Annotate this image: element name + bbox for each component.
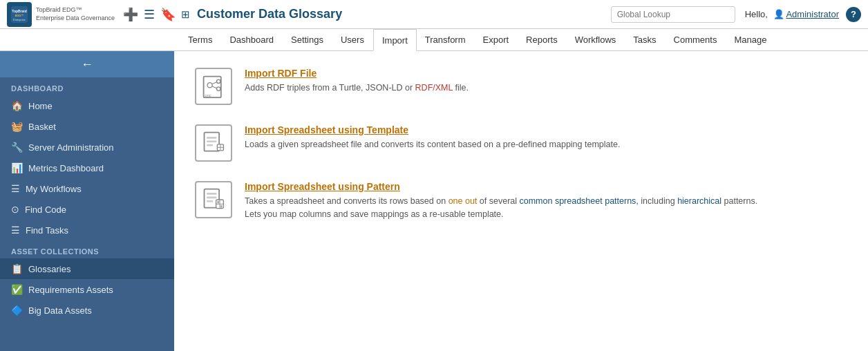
glossaries-icon: 📋 — [11, 263, 23, 274]
logo-text: TopBraid EDG™ Enterprise Data Governance — [36, 6, 115, 22]
import-pattern-details: Import Spreadsheet using Pattern Takes a… — [245, 181, 847, 221]
rdf-icon: RDF — [201, 74, 226, 99]
tab-import[interactable]: Import — [373, 29, 417, 51]
sidebar-section-asset-collections: ASSET COLLECTIONS — [0, 240, 174, 258]
svg-text:RDF: RDF — [205, 95, 211, 98]
header-user: Hello, 👤 Administrator — [745, 9, 839, 19]
main-layout: ← DASHBOARD 🏠 Home 🧺 Basket 🔧 Server Adm… — [0, 51, 868, 351]
metrics-icon: 📊 — [11, 162, 23, 173]
svg-rect-13 — [207, 140, 216, 142]
tab-users[interactable]: Users — [332, 29, 373, 50]
import-rdf-title[interactable]: Import RDF File — [245, 68, 317, 79]
basket-icon: 🧺 — [11, 121, 23, 132]
svg-text:TopBraid: TopBraid — [12, 9, 27, 13]
import-template-title[interactable]: Import Spreadsheet using Template — [245, 124, 408, 135]
sidebar-item-big-data-assets[interactable]: 🔷 Big Data Assets — [0, 300, 174, 321]
spreadsheet-template-icon — [201, 131, 226, 155]
one-highlight: one — [449, 196, 463, 206]
user-name-link[interactable]: Administrator — [786, 9, 839, 19]
import-pattern-option: Import Spreadsheet using Pattern Takes a… — [195, 181, 847, 221]
help-button[interactable]: ? — [846, 7, 861, 22]
global-search-input[interactable] — [611, 6, 735, 23]
svg-rect-25 — [217, 201, 219, 204]
svg-text:Enterprise: Enterprise — [13, 19, 25, 21]
tab-comments[interactable]: Comments — [666, 29, 726, 50]
sidebar-item-basket-label: Basket — [28, 122, 56, 132]
sidebar-item-glossaries-label: Glossaries — [28, 264, 70, 274]
sidebar-item-glossaries[interactable]: 📋 Glossaries — [0, 258, 174, 279]
sidebar-item-find-tasks-label: Find Tasks — [26, 225, 68, 236]
import-pattern-icon-box — [195, 181, 232, 218]
svg-rect-20 — [207, 197, 216, 199]
sidebar-item-workflows-label: My Workflows — [26, 184, 82, 194]
sidebar: ← DASHBOARD 🏠 Home 🧺 Basket 🔧 Server Adm… — [0, 51, 174, 351]
import-template-icon-box — [195, 124, 232, 162]
import-template-option: Import Spreadsheet using Template Loads … — [195, 124, 847, 162]
header: TopBraid EDG™ Enterprise TopBraid EDG™ E… — [0, 0, 868, 29]
sidebar-item-server-admin-label: Server Administration — [28, 142, 114, 153]
sidebar-item-home-label: Home — [28, 101, 53, 111]
page-title: Customer Data Glossary — [197, 7, 611, 21]
nav-tabs: Terms Dashboard Settings Users Import Tr… — [0, 29, 868, 51]
tab-terms[interactable]: Terms — [180, 29, 221, 50]
rdf-xml-highlight: RDF/XML — [415, 83, 453, 93]
find-tasks-icon: ☰ — [11, 225, 20, 236]
tab-dashboard[interactable]: Dashboard — [221, 29, 283, 50]
tab-transform[interactable]: Transform — [417, 29, 475, 50]
import-template-details: Import Spreadsheet using Template Loads … — [245, 124, 847, 151]
menu-button[interactable]: ☰ — [144, 8, 155, 21]
import-pattern-title[interactable]: Import Spreadsheet using Pattern — [245, 181, 400, 192]
big-data-icon: 🔷 — [11, 305, 23, 316]
tab-export[interactable]: Export — [475, 29, 518, 50]
sidebar-item-find-tasks[interactable]: ☰ Find Tasks — [0, 220, 174, 240]
sidebar-item-find-code[interactable]: ⊙ Find Code — [0, 199, 174, 220]
svg-rect-12 — [207, 137, 216, 139]
user-icon: 👤 — [773, 9, 784, 19]
sidebar-item-home[interactable]: 🏠 Home — [0, 95, 174, 116]
sidebar-item-metrics-label: Metrics Dashboard — [28, 163, 104, 173]
header-icons: ➕ ☰ 🔖 ⊞ — [123, 8, 190, 21]
common-patterns-highlight: common spreadsheet patterns, — [520, 196, 639, 206]
sidebar-section-dashboard: DASHBOARD — [0, 77, 174, 95]
sidebar-item-server-admin[interactable]: 🔧 Server Administration — [0, 137, 174, 158]
grid-button[interactable]: ⊞ — [181, 9, 190, 19]
sidebar-item-requirements-label: Requirements Assets — [28, 285, 113, 295]
tab-reports[interactable]: Reports — [518, 29, 567, 50]
spreadsheet-pattern-icon — [201, 187, 226, 212]
svg-rect-19 — [207, 193, 216, 195]
import-template-desc: Loads a given spreadsheet file and conve… — [245, 138, 847, 151]
back-button[interactable]: ← — [0, 51, 174, 77]
import-rdf-option: RDF Import RDF File Adds RDF triples fro… — [195, 68, 847, 105]
tab-tasks[interactable]: Tasks — [625, 29, 665, 50]
import-rdf-desc: Adds RDF triples from a Turtle, JSON-LD … — [245, 82, 847, 95]
add-button[interactable]: ➕ — [123, 8, 138, 21]
sidebar-item-basket[interactable]: 🧺 Basket — [0, 116, 174, 137]
tab-workflows[interactable]: Workflows — [567, 29, 625, 50]
bookmark-button[interactable]: 🔖 — [160, 8, 176, 21]
hierarchical-highlight: hierarchical — [677, 196, 721, 206]
import-rdf-details: Import RDF File Adds RDF triples from a … — [245, 68, 847, 95]
svg-rect-26 — [220, 205, 223, 208]
workflows-icon: ☰ — [11, 183, 20, 194]
requirements-icon: ✅ — [11, 284, 23, 295]
find-code-icon: ⊙ — [11, 204, 19, 215]
sidebar-item-find-code-label: Find Code — [25, 205, 66, 215]
tab-manage[interactable]: Manage — [726, 29, 775, 50]
logo: TopBraid EDG™ Enterprise TopBraid EDG™ E… — [7, 2, 115, 27]
sidebar-item-my-workflows[interactable]: ☰ My Workflows — [0, 178, 174, 199]
logo-icon: TopBraid EDG™ Enterprise — [7, 2, 32, 27]
content-area: RDF Import RDF File Adds RDF triples fro… — [174, 51, 868, 351]
sidebar-item-metrics-dashboard[interactable]: 📊 Metrics Dashboard — [0, 158, 174, 178]
svg-text:EDG™: EDG™ — [15, 14, 24, 17]
out-highlight: out — [465, 196, 477, 206]
sidebar-item-requirements-assets[interactable]: ✅ Requirements Assets — [0, 279, 174, 300]
svg-rect-21 — [207, 200, 213, 202]
svg-rect-14 — [207, 144, 213, 146]
server-admin-icon: 🔧 — [11, 142, 23, 153]
import-pattern-desc: Takes a spreadsheet and converts its row… — [245, 195, 847, 221]
home-icon: 🏠 — [11, 100, 23, 111]
tab-settings[interactable]: Settings — [283, 29, 332, 50]
sidebar-item-big-data-label: Big Data Assets — [28, 305, 92, 316]
import-rdf-icon-box: RDF — [195, 68, 232, 105]
